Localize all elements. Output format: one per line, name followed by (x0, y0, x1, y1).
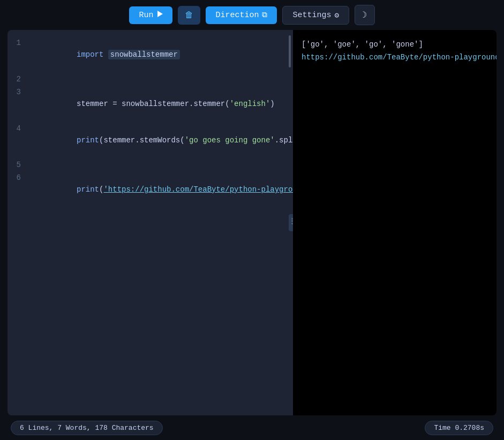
var-stemmer: stemmer = snowballstemmer.stemmer( (77, 100, 230, 108)
editor-panel: 1 import snowballstemmer 2 3 stemmer = s… (7, 30, 293, 415)
stats-badge: 6 Lines, 7 Words, 178 Characters (11, 421, 163, 435)
time-badge: Time 0.2708s (425, 421, 493, 435)
run-label: Run (139, 11, 153, 20)
func-print-6: print (77, 185, 99, 194)
line-number-2: 2 (7, 73, 32, 85)
editor-scrollbar[interactable] (289, 35, 291, 67)
line-number-5: 5 (7, 159, 32, 171)
settings-label: Settings (292, 11, 331, 20)
paren-close-3: ) (270, 100, 274, 108)
keyword-import: import (77, 50, 108, 59)
code-line-3: 3 stemmer = snowballstemmer.stemmer('eng… (7, 86, 293, 122)
code-line-4: 4 print(stemmer.stemWords('go goes going… (7, 122, 293, 158)
url-github: 'https://github.com/TeaByte/python-playg… (103, 185, 293, 194)
output-content: ['go', 'goe', 'go', 'gone'] https://gith… (293, 30, 497, 73)
module-snowball: snowballstemmer (108, 50, 180, 59)
gear-icon: ⚙ (334, 11, 338, 20)
str-go-goes: 'go goes going gone' (185, 136, 275, 145)
func-print-4: print (77, 136, 99, 145)
paren-split: .split( (275, 136, 293, 145)
settings-button[interactable]: Settings ⚙ (282, 6, 349, 25)
output-line-2: https://github.com/TeaByte/python-playgr… (302, 51, 488, 64)
paren-open-4: (stemmer.stemWords( (99, 136, 185, 145)
output-panel: ['go', 'goe', 'go', 'gone'] https://gith… (293, 30, 497, 415)
code-line-2: 2 (7, 73, 293, 86)
toolbar: Run 🗑 Direction ⧉ Settings ⚙ ☽ (0, 0, 504, 30)
drag-dots-icon: ⠿ (290, 218, 293, 227)
main-content: 1 import snowballstemmer 2 3 stemmer = s… (0, 30, 504, 415)
direction-label: Direction (215, 11, 259, 20)
line-code-4: print(stemmer.stemWords('go goes going g… (32, 123, 293, 158)
output-line-1: ['go', 'goe', 'go', 'gone'] (302, 39, 488, 51)
line-code-3: stemmer = snowballstemmer.stemmer('engli… (32, 86, 275, 122)
direction-button[interactable]: Direction ⧉ (206, 6, 277, 24)
line-number-3: 3 (7, 86, 32, 98)
code-line-5: 5 (7, 158, 293, 171)
panel-drag-divider[interactable]: ⠿ (289, 214, 293, 231)
line-code-6: print('https://github.com/TeaByte/python… (32, 172, 293, 207)
line-number-6: 6 (7, 172, 32, 184)
play-icon (156, 11, 163, 20)
code-line-6: 6 print('https://github.com/TeaByte/pyth… (7, 171, 293, 208)
moon-button[interactable]: ☽ (355, 5, 375, 25)
line-number-4: 4 (7, 123, 32, 134)
line-code-1: import snowballstemmer (32, 37, 180, 72)
copy-icon: ⧉ (262, 11, 267, 19)
run-button[interactable]: Run (129, 6, 172, 24)
code-line-1: 1 import snowballstemmer (7, 36, 293, 73)
status-bar: 6 Lines, 7 Words, 178 Characters Time 0.… (0, 415, 504, 440)
str-english: 'english' (230, 100, 270, 108)
trash-icon: 🗑 (185, 10, 193, 20)
editor-content[interactable]: 1 import snowballstemmer 2 3 stemmer = s… (7, 30, 293, 415)
moon-icon: ☽ (362, 10, 367, 20)
trash-button[interactable]: 🗑 (178, 6, 200, 25)
line-number-1: 1 (7, 37, 32, 49)
